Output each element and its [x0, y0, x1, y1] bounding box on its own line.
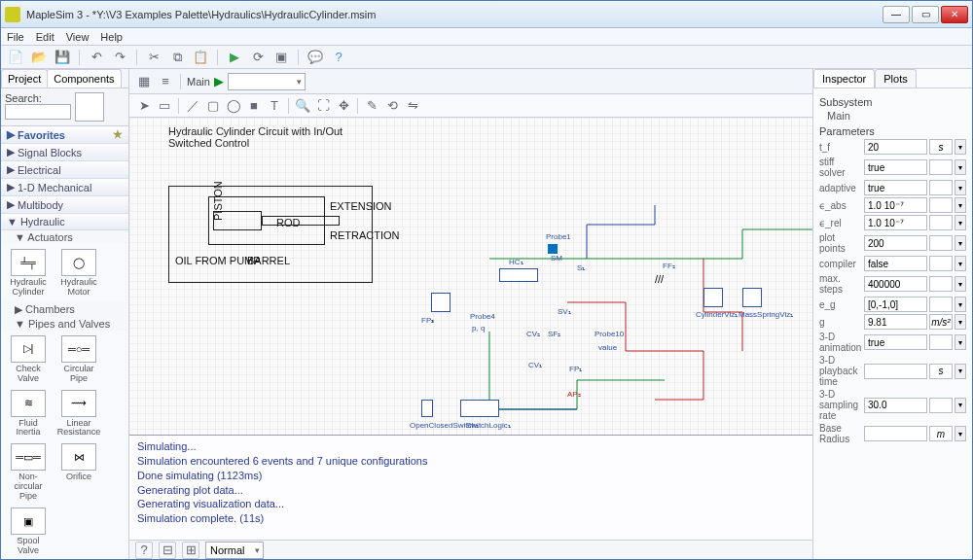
- view-grid-icon[interactable]: ▦: [135, 73, 153, 90]
- cat-1d-mechanical[interactable]: ▶ 1-D Mechanical: [1, 179, 128, 196]
- fill-icon[interactable]: ■: [245, 97, 263, 115]
- mirror-icon[interactable]: ⇋: [404, 97, 421, 115]
- line-icon[interactable]: ／: [184, 97, 201, 115]
- rotate-icon[interactable]: ⟲: [383, 97, 401, 115]
- menu-edit[interactable]: Edit: [36, 31, 54, 43]
- run-icon[interactable]: ▶: [226, 49, 243, 66]
- palette-item[interactable]: ═○═Circular Pipe: [54, 333, 103, 386]
- param-value[interactable]: true: [864, 159, 927, 175]
- param-value[interactable]: 1.0 10⁻⁷: [864, 215, 927, 230]
- palette-item[interactable]: ≋Fluid Inertia: [4, 388, 53, 440]
- param-value[interactable]: true: [864, 334, 927, 350]
- tab-components[interactable]: Components: [47, 69, 121, 88]
- block-cylinderviz[interactable]: [703, 288, 723, 307]
- palette-item[interactable]: ▷|Check Valve: [4, 333, 53, 386]
- param-value[interactable]: 400000: [864, 276, 927, 292]
- cut-icon[interactable]: ✂: [145, 49, 162, 66]
- tab-inspector[interactable]: Inspector: [813, 69, 875, 88]
- block-switchlogic[interactable]: [460, 400, 499, 417]
- probe-icon[interactable]: ✎: [363, 97, 380, 115]
- palette-item[interactable]: ╧╤Hydraulic Cylinder: [4, 247, 53, 299]
- param-dropdown[interactable]: ▾: [955, 297, 966, 312]
- block-hc1[interactable]: [499, 268, 538, 282]
- subsystem-combo[interactable]: [228, 73, 306, 90]
- tab-project[interactable]: Project: [1, 69, 48, 88]
- param-value[interactable]: false: [864, 256, 927, 271]
- param-dropdown[interactable]: ▾: [955, 159, 966, 175]
- menu-help[interactable]: Help: [100, 31, 123, 43]
- param-value[interactable]: [0,-1,0]: [864, 297, 927, 312]
- new-icon[interactable]: 📄: [7, 49, 24, 66]
- param-dropdown[interactable]: ▾: [955, 276, 966, 292]
- subcat-actuators[interactable]: ▼ Actuators: [1, 230, 128, 244]
- param-dropdown[interactable]: ▾: [955, 364, 966, 379]
- open-icon[interactable]: 📂: [30, 49, 48, 66]
- circle-icon[interactable]: ◯: [225, 97, 242, 115]
- param-value[interactable]: [864, 364, 927, 379]
- menu-file[interactable]: File: [7, 31, 24, 43]
- param-dropdown[interactable]: ▾: [955, 256, 966, 271]
- view-list-icon[interactable]: ≡: [157, 73, 174, 90]
- palette-item[interactable]: ⟿Linear Resistance: [54, 388, 103, 440]
- cat-signal-blocks[interactable]: ▶ Signal Blocks: [1, 144, 128, 161]
- block-ff2[interactable]: ///: [655, 273, 674, 293]
- param-dropdown[interactable]: ▾: [955, 197, 966, 213]
- palette-item[interactable]: ═▭═Non-circular Pipe: [4, 441, 53, 504]
- param-dropdown[interactable]: ▾: [955, 334, 966, 350]
- maximize-button[interactable]: ▭: [912, 6, 939, 23]
- param-value[interactable]: 20: [864, 139, 927, 155]
- zoom-icon[interactable]: 🔍: [294, 97, 311, 115]
- marquee-icon[interactable]: ▭: [156, 97, 173, 115]
- cat-electrical[interactable]: ▶ Electrical: [1, 161, 128, 179]
- minimize-button[interactable]: —: [883, 6, 910, 23]
- param-dropdown[interactable]: ▾: [955, 215, 966, 230]
- block-fp3[interactable]: [431, 293, 450, 312]
- status-split-icon[interactable]: ⊟: [159, 542, 176, 559]
- palette-item[interactable]: ▣Spool Valve: [4, 506, 53, 558]
- rect-icon[interactable]: ▢: [204, 97, 222, 115]
- text-icon[interactable]: T: [266, 97, 283, 115]
- param-value[interactable]: 9.81: [864, 314, 927, 330]
- param-dropdown[interactable]: ▾: [955, 235, 966, 251]
- subcat-chambers[interactable]: ▶ Chambers: [1, 302, 128, 317]
- undo-icon[interactable]: ↶: [88, 49, 105, 66]
- param-value[interactable]: 200: [864, 235, 927, 251]
- param-value[interactable]: [864, 426, 927, 441]
- param-value[interactable]: 1.0 10⁻⁷: [864, 197, 927, 213]
- pan-icon[interactable]: ✥: [335, 97, 352, 115]
- block-massspring[interactable]: [742, 288, 762, 307]
- menu-view[interactable]: View: [66, 31, 90, 43]
- status-split2-icon[interactable]: ⊞: [182, 542, 199, 559]
- pointer-icon[interactable]: ➤: [135, 97, 153, 115]
- param-dropdown[interactable]: ▾: [955, 398, 966, 413]
- help-icon[interactable]: ?: [330, 49, 347, 66]
- cat-favorites[interactable]: ▶ Favorites★: [1, 126, 128, 144]
- tab-plots[interactable]: Plots: [875, 69, 916, 88]
- status-help-icon[interactable]: ?: [135, 542, 153, 559]
- stop-icon[interactable]: ▣: [272, 49, 290, 66]
- refresh-icon[interactable]: ⟳: [249, 49, 267, 66]
- param-dropdown[interactable]: ▾: [955, 314, 966, 330]
- save-icon[interactable]: 💾: [54, 49, 71, 66]
- block-openclosed[interactable]: [421, 400, 433, 417]
- status-mode-combo[interactable]: Normal: [205, 542, 264, 559]
- param-dropdown[interactable]: ▾: [955, 180, 966, 195]
- param-dropdown[interactable]: ▾: [955, 139, 966, 155]
- search-input[interactable]: [5, 104, 71, 120]
- param-value[interactable]: true: [864, 180, 927, 195]
- close-button[interactable]: ✕: [941, 6, 968, 23]
- palette-item[interactable]: ◯Hydraulic Motor: [54, 247, 103, 299]
- redo-icon[interactable]: ↷: [111, 49, 128, 66]
- paste-icon[interactable]: 📋: [192, 49, 209, 66]
- fit-icon[interactable]: ⛶: [314, 97, 332, 115]
- param-dropdown[interactable]: ▾: [955, 426, 966, 441]
- nav-play-icon[interactable]: ▶: [214, 75, 224, 88]
- cat-hydraulic[interactable]: ▼ Hydraulic: [1, 214, 128, 230]
- comment-icon[interactable]: 💬: [306, 49, 324, 66]
- subcat-pipes-valves[interactable]: ▼ Pipes and Valves: [1, 317, 128, 331]
- cat-multibody[interactable]: ▶ Multibody: [1, 196, 128, 214]
- block-probe1[interactable]: [548, 244, 558, 254]
- diagram-canvas[interactable]: Hydraulic Cylinder Circuit with In/Out S…: [129, 118, 812, 435]
- palette-item[interactable]: ⋈Orifice: [54, 441, 103, 504]
- param-value[interactable]: 30.0: [864, 398, 927, 413]
